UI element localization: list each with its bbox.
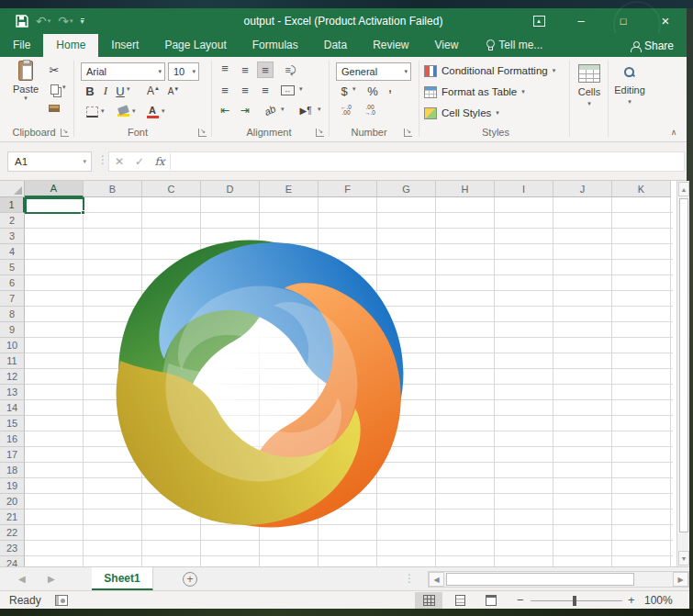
align-center-button[interactable]: ≡ <box>237 82 253 98</box>
zoom-slider-thumb[interactable] <box>573 596 576 606</box>
conditional-formatting-button[interactable]: Conditional Formatting ▾ <box>424 62 555 79</box>
column-header-h[interactable]: H <box>436 181 495 197</box>
font-color-button[interactable]: A <box>145 103 160 119</box>
merge-center-button[interactable]: ↔ <box>279 83 296 97</box>
share-button[interactable]: Share <box>631 39 674 52</box>
macro-record-icon[interactable] <box>55 595 68 606</box>
copy-button[interactable] <box>46 82 62 96</box>
vertical-scrollbar[interactable]: ▲ ▼ <box>676 181 689 566</box>
sheet-nav-next-icon[interactable]: ▶ <box>48 574 55 584</box>
cell-styles-button[interactable]: Cell Styles ▾ <box>424 105 499 121</box>
column-header-d[interactable]: D <box>201 181 260 197</box>
grow-font-button[interactable]: A▲ <box>145 83 162 99</box>
row-header-13[interactable]: 13 <box>0 385 25 400</box>
column-header-g[interactable]: G <box>377 181 436 197</box>
redo-button[interactable]: ↷▾ <box>55 14 75 28</box>
select-all-button[interactable] <box>0 181 25 197</box>
name-box-caret-icon[interactable]: ▾ <box>83 158 86 165</box>
ribbon-display-options-button[interactable]: ▴ <box>518 8 560 33</box>
undo-caret-icon[interactable]: ▾ <box>48 17 51 25</box>
row-header-5[interactable]: 5 <box>0 260 25 275</box>
column-header-e[interactable]: E <box>260 181 319 197</box>
enter-button[interactable]: ✓ <box>129 155 150 168</box>
column-header-k[interactable]: K <box>612 181 671 197</box>
four-swirl-pinwheel-logo[interactable] <box>79 228 441 540</box>
row-header-7[interactable]: 7 <box>0 291 25 307</box>
row-header-6[interactable]: 6 <box>0 275 25 291</box>
row-header-17[interactable]: 17 <box>0 447 25 463</box>
row-header-4[interactable]: 4 <box>0 244 25 260</box>
tab-insert[interactable]: Insert <box>98 34 151 57</box>
row-header-11[interactable]: 11 <box>0 353 25 369</box>
row-header-21[interactable]: 21 <box>0 510 25 525</box>
font-color-caret-icon[interactable]: ▾ <box>162 107 165 115</box>
number-dialog-launcher[interactable]: ↘ <box>404 129 412 137</box>
cut-button[interactable]: ✂ <box>46 62 62 77</box>
text-direction-caret-icon[interactable]: ▾ <box>318 106 321 113</box>
new-sheet-button[interactable]: + <box>183 572 197 587</box>
fill-color-button[interactable] <box>116 103 130 119</box>
row-header-12[interactable]: 12 <box>0 369 25 385</box>
close-button[interactable]: × <box>644 8 687 33</box>
formula-bar-grip[interactable]: ⋮ <box>97 153 108 166</box>
borders-button[interactable] <box>84 105 99 119</box>
tab-view[interactable]: View <box>422 34 472 57</box>
align-left-button[interactable]: ≡ <box>217 82 233 98</box>
fill-color-caret-icon[interactable]: ▾ <box>132 107 136 115</box>
accounting-format-button[interactable]: $ <box>338 83 351 99</box>
font-name-combo[interactable]: Arial▾ <box>81 62 165 81</box>
row-header-15[interactable]: 15 <box>0 416 25 431</box>
top-align-button[interactable]: ≡ <box>217 62 233 78</box>
bold-button[interactable]: B <box>83 83 97 99</box>
tab-tell-me[interactable]: Tell me... <box>471 34 552 57</box>
tab-file[interactable]: File <box>0 34 43 57</box>
row-header-10[interactable]: 10 <box>0 338 25 353</box>
formula-input[interactable] <box>174 153 684 170</box>
zoom-in-button[interactable]: + <box>628 593 635 607</box>
save-icon[interactable] <box>13 15 31 28</box>
row-header-18[interactable]: 18 <box>0 463 25 478</box>
hscroll-grip[interactable]: ⋮ <box>404 572 415 585</box>
copy-caret-icon[interactable]: ▾ <box>62 84 66 91</box>
shrink-font-button[interactable]: A▼ <box>165 83 182 99</box>
tab-review[interactable]: Review <box>360 34 421 57</box>
wrap-text-button[interactable]: ≡⤸ <box>281 62 299 78</box>
font-size-combo[interactable]: 10▾ <box>168 62 199 81</box>
alignment-dialog-launcher[interactable]: ↘ <box>316 129 324 137</box>
scroll-left-icon[interactable]: ◀ <box>429 572 444 587</box>
scroll-down-icon[interactable]: ▼ <box>678 551 689 566</box>
paste-caret-icon[interactable]: ▾ <box>24 95 28 102</box>
sheet-tab-sheet1[interactable]: Sheet1 <box>92 567 153 591</box>
vertical-scrollbar-thumb[interactable] <box>679 198 688 532</box>
selected-cell-a1[interactable] <box>25 197 84 214</box>
redo-caret-icon[interactable]: ▾ <box>70 17 73 25</box>
cells-button[interactable]: Cells ▾ <box>573 61 606 130</box>
normal-view-button[interactable] <box>415 592 442 609</box>
align-right-button[interactable]: ≡ <box>257 82 274 98</box>
insert-function-button[interactable]: fx <box>150 155 170 168</box>
page-layout-view-button[interactable] <box>446 592 474 609</box>
underline-button[interactable]: U <box>114 83 127 99</box>
format-painter-button[interactable] <box>46 101 62 116</box>
italic-button[interactable]: I <box>99 83 112 99</box>
row-header-8[interactable]: 8 <box>0 307 25 322</box>
text-direction-button[interactable]: ▶¶ <box>296 103 316 118</box>
format-as-table-button[interactable]: Format as Table ▾ <box>424 84 525 100</box>
paste-button[interactable]: Paste ▾ <box>9 61 42 118</box>
tab-formulas[interactable]: Formulas <box>240 34 311 57</box>
row-header-20[interactable]: 20 <box>0 494 25 510</box>
tab-page-layout[interactable]: Page Layout <box>151 34 239 57</box>
row-header-23[interactable]: 23 <box>0 541 25 556</box>
merge-caret-icon[interactable]: ▾ <box>299 85 303 93</box>
tab-home[interactable]: Home <box>43 34 98 57</box>
column-header-i[interactable]: I <box>495 181 553 197</box>
row-header-22[interactable]: 22 <box>0 525 25 541</box>
column-header-a[interactable]: A <box>25 181 84 197</box>
underline-caret-icon[interactable]: ▾ <box>127 85 130 93</box>
decrease-decimal-button[interactable]: .00 →.0 <box>360 103 380 118</box>
row-header-16[interactable]: 16 <box>0 431 25 447</box>
decrease-indent-button[interactable]: ⇤ <box>217 103 233 118</box>
collapse-ribbon-button[interactable]: ∧ <box>666 127 681 138</box>
column-header-f[interactable]: F <box>319 181 377 197</box>
fill-handle[interactable] <box>81 210 85 215</box>
